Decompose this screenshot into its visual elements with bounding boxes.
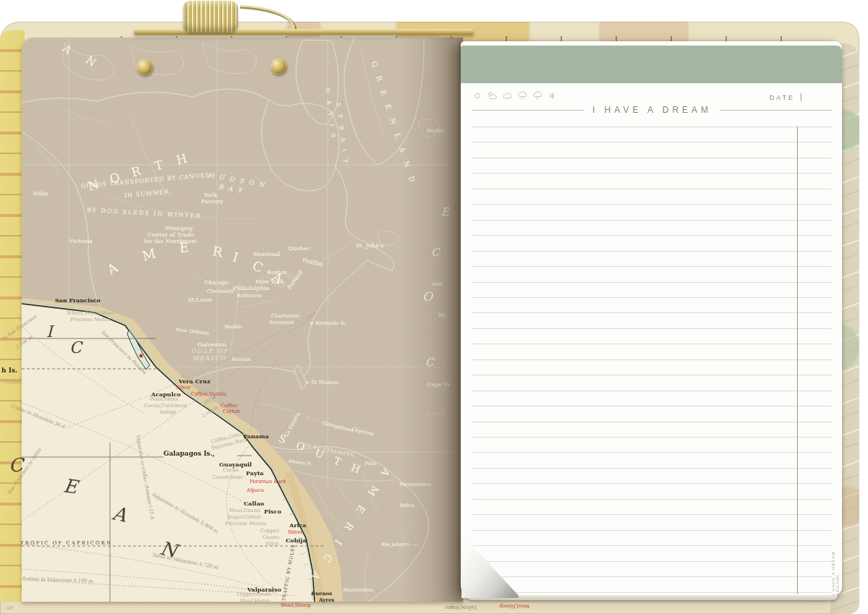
ruled-line: [472, 422, 832, 422]
ruled-line: [472, 561, 832, 562]
date-tick: [801, 93, 801, 101]
brass-brad: [271, 59, 286, 74]
brass-brad: [137, 59, 153, 75]
inside-cover-map-page: [22, 38, 463, 602]
storm-cloud-icon: [532, 90, 543, 101]
sun-behind-cloud-icon: [487, 91, 498, 101]
ruled-line: [472, 297, 832, 298]
cloud-icon: [502, 91, 513, 101]
ruled-line: [472, 235, 832, 236]
ruled-line: [472, 220, 832, 221]
date-label: DATE: [770, 94, 795, 101]
sun-icon: [472, 91, 482, 101]
notepad: DATE I HAVE A DREAM I HAVE A DREAM · LEG…: [461, 41, 842, 595]
ruled-line: [472, 592, 832, 593]
ruled-line: [472, 468, 832, 469]
title-row: I HAVE A DREAM: [472, 105, 832, 115]
title-rule-right: [720, 110, 832, 111]
page-title: I HAVE A DREAM: [592, 105, 712, 115]
ruled-line: [472, 375, 832, 375]
ruled-line: [472, 452, 832, 453]
clip-spring-coil: [183, 1, 238, 33]
ruled-line: [472, 530, 832, 531]
brand-microprint: I HAVE A DREAM · LEGAMI: [831, 546, 840, 595]
ruled-line: [472, 189, 832, 189]
ruled-line: [472, 127, 832, 127]
ruled-line: [472, 576, 832, 577]
weather-icons: [472, 90, 557, 101]
ruled-line: [472, 437, 832, 438]
margin-rule: [797, 127, 798, 594]
cover-left-edge: [0, 30, 25, 602]
ruled-line: [472, 514, 832, 515]
ruled-line: [472, 344, 832, 344]
ruled-line: [472, 328, 832, 329]
title-rule-left: [472, 110, 584, 111]
vintage-map-art: [22, 38, 463, 602]
ruled-line: [472, 312, 832, 313]
ruled-line: [472, 173, 832, 174]
notepad-header-band: [461, 46, 842, 83]
ruled-line: [472, 204, 832, 205]
ruled-line: [472, 158, 832, 158]
ruled-line: [472, 483, 832, 484]
ruled-line: [472, 142, 832, 142]
ruled-line: [472, 282, 832, 283]
ruled-line: [472, 545, 832, 546]
ruled-line: [472, 359, 832, 360]
snowflake-icon: [548, 91, 557, 101]
ruled-line: [472, 266, 832, 267]
date-field: DATE: [770, 93, 801, 101]
ruled-line: [472, 406, 832, 406]
clipboard-folio-product-photo: ANNORTHAMERICAH U D S O NB A YYorkFactor…: [0, 0, 868, 614]
ruled-line: [472, 251, 832, 252]
ruled-line: [472, 391, 832, 391]
ruled-line: [472, 499, 832, 500]
sheet-stack-edge: [467, 595, 838, 600]
rain-cloud-icon: [517, 90, 528, 101]
